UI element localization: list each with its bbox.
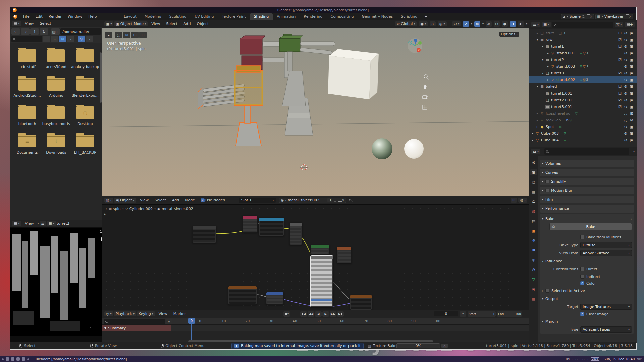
- hide-viewport-toggle[interactable]: ⊙: [623, 44, 629, 49]
- tab-physics[interactable]: ◎: [530, 257, 537, 263]
- node-canvas[interactable]: › ▤ spin › ▽ Cylinder.009: [102, 205, 529, 310]
- menu-item[interactable]: View: [156, 311, 170, 317]
- close-icon[interactable]: ×: [629, 15, 632, 18]
- menu-item-view[interactable]: View: [22, 221, 37, 226]
- fake-user-shield-icon[interactable]: [334, 199, 336, 202]
- toolbar-toggle[interactable]: ▸: [105, 32, 112, 38]
- select-circle-tool[interactable]: ⊡: [131, 32, 139, 38]
- disable-render-toggle[interactable]: ▣: [629, 78, 635, 82]
- editor-type-button[interactable]: ◷▾: [104, 311, 113, 316]
- horizontal-list-button[interactable]: ⠿: [51, 36, 58, 42]
- new-folder-button[interactable]: ▤+: [51, 28, 60, 35]
- bake-type-dropdown[interactable]: Diffuse▾: [580, 242, 632, 248]
- shader-node[interactable]: [350, 295, 372, 310]
- disable-render-toggle[interactable]: ▣: [629, 84, 635, 89]
- xray-toggle[interactable]: ▱: [486, 21, 492, 27]
- menu-item[interactable]: Help: [85, 14, 100, 19]
- disable-render-toggle[interactable]: ⊠: [629, 118, 635, 122]
- expand-arrow-icon[interactable]: ▾: [535, 38, 539, 41]
- hide-viewport-toggle[interactable]: ⊙: [623, 138, 629, 142]
- tab-object-data[interactable]: ▽: [530, 276, 537, 282]
- workspace-tab[interactable]: UV Editing: [191, 13, 218, 20]
- unlink-icon[interactable]: ×: [342, 198, 344, 202]
- current-frame-field[interactable]: 0: [434, 311, 458, 316]
- workspace-tab[interactable]: Texture Paint: [218, 13, 250, 20]
- hide-viewport-toggle[interactable]: ⊙: [623, 105, 629, 109]
- viewport-3d[interactable]: ▣▾ ▣Object Mode▾ ViewSelectAddObject ⊕Gl…: [102, 20, 529, 196]
- folder-item[interactable]: busybox_rootfs: [42, 106, 70, 126]
- tab-modifiers[interactable]: ⚙: [530, 237, 537, 243]
- editor-type-button[interactable]: ☰▾: [531, 22, 540, 27]
- clear-image-checkbox[interactable]: [580, 312, 584, 316]
- tab-view-layer[interactable]: ▦: [530, 189, 537, 195]
- editor-type-button[interactable]: ▤▾: [12, 21, 21, 26]
- shader-type-dropdown[interactable]: ▣Object▾: [114, 198, 136, 203]
- menu-item[interactable]: Object: [194, 21, 212, 27]
- expand-arrow-icon[interactable]: ▾: [541, 72, 545, 75]
- new-scene-icon[interactable]: [586, 15, 588, 18]
- folder-item[interactable]: EFI_BACKUP: [71, 135, 100, 155]
- folder-item[interactable]: Arduino: [42, 78, 70, 98]
- overlays-icon[interactable]: ◍▾: [518, 198, 527, 203]
- outliner-row[interactable]: ▾ ▤ turret3 ☑ ⊙ ▣: [529, 70, 637, 76]
- outliner-row[interactable]: ▾ ▤ baked ☑ ⊙ ▣: [529, 83, 637, 90]
- shader-node[interactable]: [228, 286, 257, 305]
- select-tweak-tool[interactable]: ⬚: [115, 32, 122, 38]
- folder-item[interactable]: acers3fand: [42, 49, 70, 69]
- panel-checkbox[interactable]: [545, 189, 549, 192]
- hide-viewport-toggle[interactable]: ⊙: [623, 125, 629, 129]
- tab-scene[interactable]: ◒: [530, 198, 537, 204]
- hide-viewport-toggle[interactable]: ◡: [623, 111, 629, 116]
- menu-item[interactable]: Marker: [170, 311, 189, 317]
- menu-item[interactable]: View: [137, 197, 152, 203]
- thumbnail-view-button[interactable]: ⊞: [59, 36, 66, 42]
- expand-channels-icon[interactable]: ↔: [166, 319, 172, 324]
- jump-start-button[interactable]: ▮◀: [300, 311, 307, 317]
- filter-dropdown[interactable]: ▽▾: [615, 22, 623, 27]
- exclude-checkbox[interactable]: ☑: [617, 58, 623, 62]
- shader-node[interactable]: [289, 222, 302, 245]
- hide-viewport-toggle[interactable]: ⊙: [623, 98, 629, 102]
- expand-arrow-icon[interactable]: ▸: [535, 112, 539, 115]
- menu-item[interactable]: Render: [46, 14, 65, 19]
- expand-arrow-icon[interactable]: ▸: [546, 78, 550, 81]
- workspace-tab[interactable]: Rendering: [300, 13, 326, 20]
- new-material-icon[interactable]: [338, 199, 340, 202]
- pin-icon[interactable]: [582, 15, 584, 18]
- editor-type-button[interactable]: ☲▾: [531, 149, 540, 154]
- expand-arrow-icon[interactable]: ▸: [531, 132, 535, 135]
- shader-node[interactable]: [259, 217, 284, 236]
- workspace-tab[interactable]: Scripting: [397, 13, 421, 20]
- properties-options-dropdown[interactable]: ▾: [633, 150, 635, 153]
- play-button[interactable]: ▶: [322, 311, 329, 317]
- properties-search-input[interactable]: [544, 148, 629, 155]
- folder-item[interactable]: ↓ Downloads: [42, 135, 70, 155]
- properties-panel-header[interactable]: ▸ Film ∷: [540, 196, 634, 203]
- outliner-row[interactable]: ▤ turret3.001 ☑ ⊙ ▣: [529, 103, 637, 110]
- view-layer-selector[interactable]: ▦▾ ViewLayer ×: [595, 14, 633, 19]
- play-reverse-button[interactable]: ◀: [315, 311, 322, 317]
- hide-viewport-toggle[interactable]: ⊙: [623, 78, 629, 82]
- keyframe-track[interactable]: [171, 325, 529, 331]
- tab-material[interactable]: ◉: [530, 286, 537, 292]
- bake-from-multires-checkbox[interactable]: [580, 235, 584, 239]
- mode-dropdown[interactable]: ▣Object Mode▾: [114, 21, 148, 26]
- workspace-tab[interactable]: Compositing: [327, 13, 358, 20]
- editor-type-button[interactable]: ◍▾: [104, 198, 113, 203]
- bake-panel-header[interactable]: ▾Bake ∷: [542, 215, 632, 222]
- outliner-row[interactable]: ▸ ▽ stand.001 ▽ ▽ 3 ⊙ ▣: [529, 50, 637, 56]
- new-view-layer-icon[interactable]: [625, 15, 628, 18]
- hide-viewport-toggle[interactable]: ⊙: [623, 71, 629, 75]
- expand-arrow-icon[interactable]: ▾: [541, 45, 545, 48]
- disable-render-toggle[interactable]: ▣: [629, 105, 635, 109]
- target-dropdown[interactable]: Image Textures▾: [580, 304, 632, 310]
- hide-viewport-toggle[interactable]: ⊙: [623, 131, 629, 136]
- cancel-job-button[interactable]: ×: [441, 344, 447, 348]
- exclude-checkbox[interactable]: ☐: [617, 31, 623, 35]
- shader-node[interactable]: [266, 292, 284, 305]
- properties-panel-header[interactable]: ▸ Simplify ∷: [540, 178, 634, 185]
- influence-section-header[interactable]: ▾Influence: [542, 257, 632, 265]
- display-size-dropdown[interactable]: ▾: [67, 36, 74, 42]
- proportional-edit-icon[interactable]: ◎▾: [438, 21, 447, 26]
- properties-panel-header[interactable]: ▸ Motion Blur ∷: [540, 187, 634, 194]
